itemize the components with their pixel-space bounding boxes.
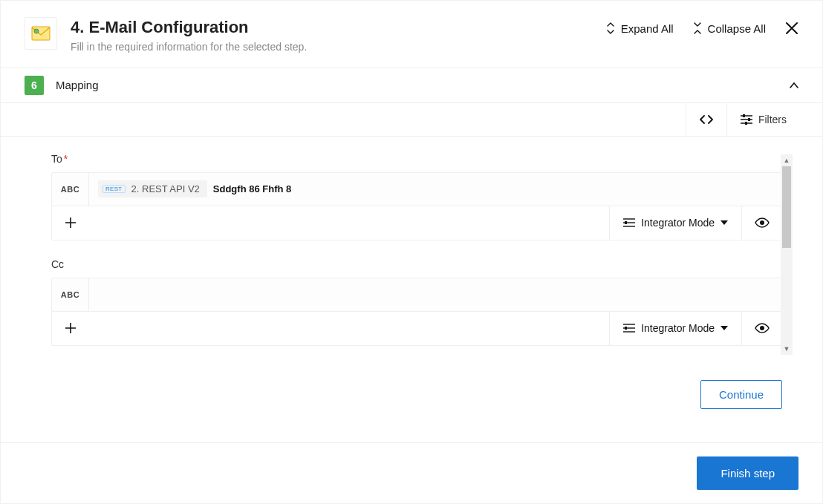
scroll-down-arrow-icon[interactable]: ▼ bbox=[781, 343, 793, 355]
scroll-up-arrow-icon[interactable]: ▲ bbox=[781, 154, 793, 166]
svg-point-17 bbox=[760, 326, 764, 330]
scrollbar-thumb[interactable] bbox=[782, 166, 791, 248]
content-scroll[interactable]: 6 Mapping bbox=[1, 68, 822, 443]
svg-rect-0 bbox=[32, 27, 50, 40]
to-value-text: Sddgfh 86 Fhfh 8 bbox=[213, 183, 291, 194]
svg-rect-5 bbox=[743, 114, 745, 117]
collapse-all-button[interactable]: Collapse All bbox=[693, 22, 766, 35]
chevron-up-icon bbox=[788, 79, 800, 91]
to-preview-button[interactable] bbox=[741, 206, 781, 240]
chip-source-label: 2. REST API V2 bbox=[131, 183, 200, 194]
svg-point-12 bbox=[760, 220, 764, 225]
caret-down-icon bbox=[720, 326, 728, 330]
list-icon bbox=[623, 324, 635, 333]
cc-input-row[interactable]: ABC bbox=[51, 278, 782, 312]
continue-button[interactable]: Continue bbox=[700, 380, 782, 409]
svg-rect-7 bbox=[745, 122, 747, 125]
page-header: 4. E-Mail Configuration Fill in the requ… bbox=[1, 1, 822, 68]
cc-type-badge: ABC bbox=[52, 278, 89, 311]
step-number-badge: 6 bbox=[25, 76, 44, 95]
collapse-icon bbox=[693, 22, 702, 34]
to-type-badge: ABC bbox=[52, 173, 89, 206]
cc-add-button[interactable] bbox=[52, 312, 89, 345]
collapse-all-label: Collapse All bbox=[708, 22, 766, 35]
inner-scrollbar[interactable]: ▲ ▼ bbox=[781, 154, 793, 355]
to-mode-label: Integrator Mode bbox=[641, 217, 715, 229]
svg-rect-6 bbox=[748, 118, 750, 121]
expand-all-label: Expand All bbox=[621, 22, 674, 35]
page-title: 4. E-Mail Configuration bbox=[71, 17, 606, 38]
filters-icon bbox=[741, 114, 752, 125]
list-icon bbox=[623, 218, 635, 227]
page-subtitle: Fill in the required information for the… bbox=[71, 41, 606, 53]
close-icon bbox=[785, 22, 798, 35]
finish-step-button[interactable]: Finish step bbox=[697, 456, 798, 490]
filters-label: Filters bbox=[758, 114, 787, 125]
to-source-chip[interactable]: REST 2. REST API V2 bbox=[98, 180, 207, 197]
footer: Finish step bbox=[1, 443, 822, 503]
close-button[interactable] bbox=[785, 22, 798, 35]
chip-tag: REST bbox=[103, 185, 126, 193]
expand-icon bbox=[606, 22, 615, 34]
code-icon bbox=[700, 114, 713, 125]
eye-icon bbox=[755, 217, 770, 228]
cc-preview-button[interactable] bbox=[741, 312, 781, 345]
cc-label: Cc bbox=[51, 258, 782, 270]
to-field: To* ABC REST 2. REST API V2 Sddgfh 86 Fh… bbox=[51, 153, 782, 240]
to-add-button[interactable] bbox=[52, 206, 89, 240]
to-label: To* bbox=[51, 153, 782, 165]
caret-down-icon bbox=[720, 220, 728, 225]
filters-button[interactable]: Filters bbox=[726, 103, 800, 136]
expand-all-button[interactable]: Expand All bbox=[606, 22, 674, 35]
cc-field: Cc ABC bbox=[51, 258, 782, 346]
plus-icon bbox=[65, 217, 76, 228]
to-mode-selector[interactable]: Integrator Mode bbox=[609, 206, 741, 240]
svg-rect-16 bbox=[625, 327, 627, 330]
code-view-button[interactable] bbox=[686, 103, 726, 136]
mapping-section-header[interactable]: 6 Mapping bbox=[1, 68, 822, 103]
filters-bar: Filters bbox=[1, 103, 822, 137]
section-title: Mapping bbox=[56, 79, 99, 91]
svg-rect-11 bbox=[625, 221, 627, 224]
svg-point-1 bbox=[34, 29, 39, 33]
plus-icon bbox=[65, 323, 76, 333]
to-input-row[interactable]: ABC REST 2. REST API V2 Sddgfh 86 Fhfh 8 bbox=[51, 172, 782, 206]
email-icon bbox=[25, 17, 57, 50]
required-marker: * bbox=[64, 153, 68, 165]
cc-mode-selector[interactable]: Integrator Mode bbox=[609, 312, 741, 345]
eye-icon bbox=[755, 323, 770, 333]
cc-mode-label: Integrator Mode bbox=[641, 322, 715, 334]
section-collapse-toggle[interactable] bbox=[788, 79, 800, 91]
